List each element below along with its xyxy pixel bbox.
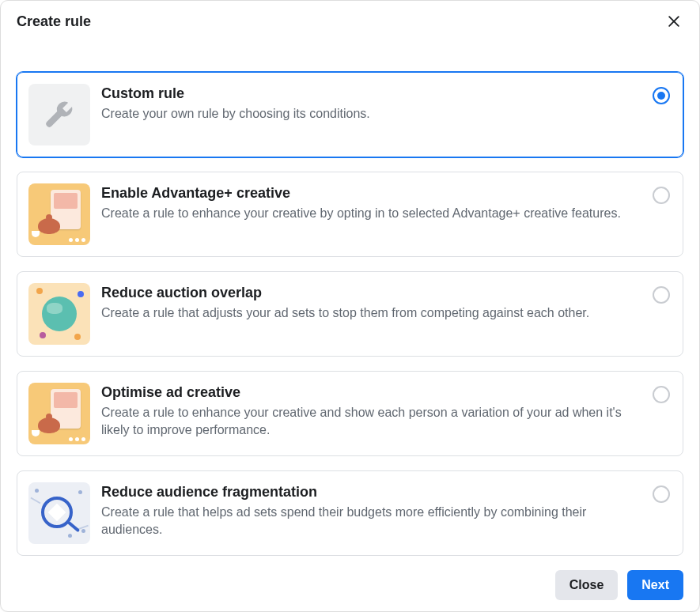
modal-title: Create rule xyxy=(17,13,91,30)
option-description: Create a rule that adjusts your ad sets … xyxy=(101,304,641,322)
option-reduce-auction-overlap[interactable]: Reduce auction overlap Create a rule tha… xyxy=(17,271,683,357)
option-description: Create your own rule by choosing its con… xyxy=(101,105,641,123)
creative-card-icon xyxy=(28,383,90,444)
close-icon[interactable] xyxy=(664,12,683,31)
option-text: Reduce audience fragmentation Create a r… xyxy=(101,482,641,538)
option-description: Create a rule to enhance your creative b… xyxy=(101,205,641,222)
option-reduce-audience-fragmentation[interactable]: Reduce audience fragmentation Create a r… xyxy=(17,470,683,556)
option-title: Reduce audience fragmentation xyxy=(101,484,641,501)
option-description: Create a rule that helps ad sets spend t… xyxy=(101,504,641,538)
option-title: Custom rule xyxy=(101,85,641,102)
option-optimise-ad-creative[interactable]: Optimise ad creative Create a rule to en… xyxy=(17,371,683,456)
radio-button[interactable] xyxy=(653,286,670,304)
option-title: Reduce auction overlap xyxy=(101,285,641,301)
create-rule-modal: Create rule Custom rule Create your own … xyxy=(0,0,700,612)
option-text: Enable Advantage+ creative Create a rule… xyxy=(101,183,641,222)
magnify-diamond-icon xyxy=(28,482,90,544)
next-button[interactable]: Next xyxy=(627,570,683,600)
radio-button[interactable] xyxy=(653,485,670,503)
option-enable-advantage-creative[interactable]: Enable Advantage+ creative Create a rule… xyxy=(17,172,683,257)
wrench-icon xyxy=(28,84,90,145)
creative-card-icon xyxy=(28,183,90,245)
radio-button[interactable] xyxy=(653,187,670,204)
close-button[interactable]: Close xyxy=(555,570,619,600)
option-text: Custom rule Create your own rule by choo… xyxy=(101,84,641,123)
option-text: Optimise ad creative Create a rule to en… xyxy=(101,383,641,438)
modal-footer: Close Next xyxy=(1,556,699,612)
option-text: Reduce auction overlap Create a rule tha… xyxy=(101,283,641,322)
option-description: Create a rule to enhance your creative a… xyxy=(101,404,641,438)
globe-icon xyxy=(28,283,90,345)
option-title: Optimise ad creative xyxy=(101,384,641,401)
option-custom-rule[interactable]: Custom rule Create your own rule by choo… xyxy=(17,72,683,157)
radio-button[interactable] xyxy=(653,386,670,403)
radio-button[interactable] xyxy=(653,87,670,104)
option-title: Enable Advantage+ creative xyxy=(101,185,641,202)
options-list: Custom rule Create your own rule by choo… xyxy=(1,66,699,556)
modal-header: Create rule xyxy=(1,1,699,42)
